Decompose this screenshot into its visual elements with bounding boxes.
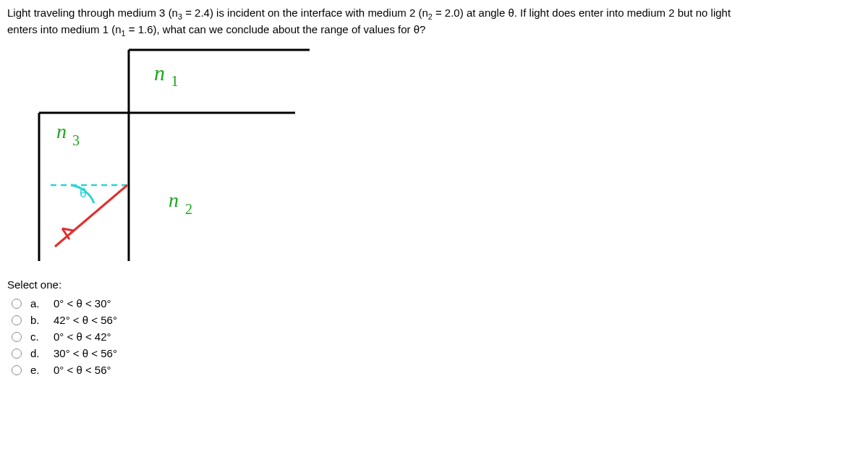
option-a[interactable]: a. 0° < θ < 30°: [12, 295, 861, 312]
physics-diagram: θ n 1 n 2 n 3: [27, 44, 317, 268]
svg-text:n: n: [56, 120, 67, 142]
option-letter: d.: [30, 347, 45, 359]
svg-text:n: n: [154, 61, 165, 85]
option-letter: e.: [30, 364, 45, 376]
option-letter: b.: [30, 314, 45, 326]
option-b[interactable]: b. 42° < θ < 56°: [12, 312, 861, 328]
option-e[interactable]: e. 0° < θ < 56°: [12, 362, 861, 378]
theta-symbol: θ: [80, 186, 87, 200]
radio-icon[interactable]: [12, 299, 22, 309]
svg-text:2: 2: [185, 201, 192, 217]
option-text: 42° < θ < 56°: [54, 314, 117, 326]
option-letter: a.: [30, 297, 45, 309]
radio-icon[interactable]: [12, 332, 22, 342]
option-text: 0° < θ < 56°: [54, 364, 111, 376]
option-d[interactable]: d. 30° < θ < 56°: [12, 345, 861, 362]
radio-icon[interactable]: [12, 349, 22, 359]
radio-icon[interactable]: [12, 315, 22, 325]
radio-icon[interactable]: [12, 365, 22, 375]
svg-text:1: 1: [171, 72, 179, 90]
svg-text:n: n: [169, 189, 179, 211]
option-text: 0° < θ < 30°: [54, 297, 111, 309]
option-c[interactable]: c. 0° < θ < 42°: [12, 328, 861, 345]
options-list: a. 0° < θ < 30° b. 42° < θ < 56° c. 0° <…: [7, 295, 861, 378]
svg-text:3: 3: [72, 132, 80, 148]
option-letter: c.: [30, 330, 45, 343]
question-text: Light traveling through medium 3 (n3 = 2…: [7, 6, 861, 38]
option-text: 0° < θ < 42°: [54, 330, 111, 343]
select-one-label: Select one:: [7, 278, 861, 291]
option-text: 30° < θ < 56°: [54, 347, 117, 359]
